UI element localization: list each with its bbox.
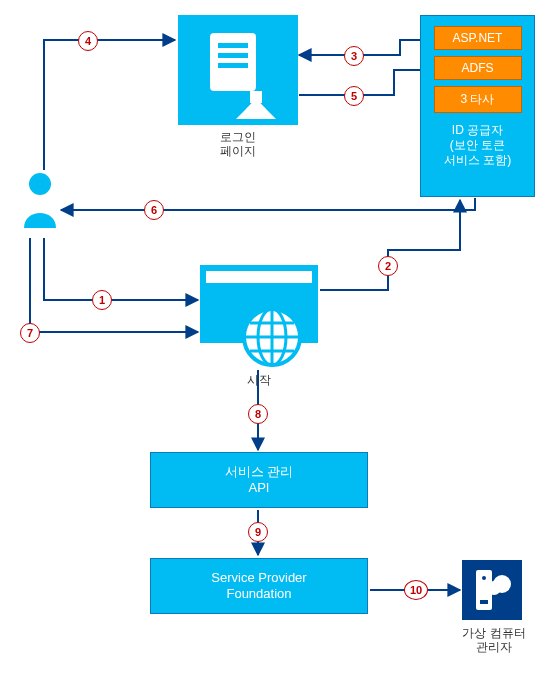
svg-rect-17 [480,600,488,604]
login-label-2: 페이지 [220,144,256,158]
vmm-l2: 관리자 [476,640,512,654]
idp-title-2: (보안 토큰 [450,138,505,152]
step-10: 10 [404,580,428,600]
service-api-l2: API [151,480,367,496]
step-4: 4 [78,31,98,51]
spf-l1: Service Provider [151,570,367,586]
svg-point-16 [482,576,486,580]
svg-rect-4 [218,63,248,68]
step-5: 5 [344,86,364,106]
idp-title-1: ID 공급자 [452,123,503,137]
svg-rect-7 [206,271,312,283]
idp-title-3: 서비스 포함) [444,153,511,167]
svg-rect-3 [218,53,248,58]
start-label: 시작 [200,373,318,387]
vmm-label: 가상 컴퓨터 관리자 [448,626,540,654]
step-2: 2 [378,256,398,276]
idp-third: 3 타사 [434,86,522,113]
step-7: 7 [20,323,40,343]
spf-box: Service Provider Foundation [150,558,368,614]
login-label-1: 로그인 [220,130,256,144]
idp-adfs: ADFS [434,56,522,80]
start-tile [200,265,318,367]
service-api-l1: 서비스 관리 [151,464,367,480]
login-page-label: 로그인 페이지 [178,130,298,158]
svg-rect-2 [218,43,248,48]
vmm-l1: 가상 컴퓨터 [462,626,525,640]
step-9: 9 [248,522,268,542]
step-3: 3 [344,46,364,66]
step-1: 1 [92,290,112,310]
svg-rect-1 [210,33,256,91]
step-8: 8 [248,404,268,424]
user-icon [20,170,60,230]
vmm-tile [462,560,522,620]
service-api-box: 서비스 관리 API [150,452,368,508]
step-6: 6 [144,200,164,220]
svg-point-19 [487,581,501,595]
id-provider-panel: ASP.NET ADFS 3 타사 ID 공급자 (보안 토큰 서비스 포함) [420,15,535,197]
svg-point-0 [29,173,51,195]
spf-l2: Foundation [151,586,367,602]
svg-rect-5 [250,91,262,103]
login-page-tile [178,15,298,125]
idp-aspnet: ASP.NET [434,26,522,50]
